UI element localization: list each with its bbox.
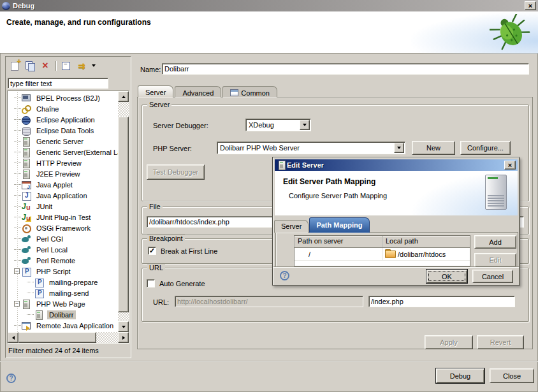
button-label: New — [426, 144, 440, 152]
add-button[interactable]: Add — [474, 235, 516, 249]
tree-item-label: Generic Server — [34, 137, 85, 146]
toolbar-menu-arrow-icon[interactable] — [91, 60, 97, 71]
dialog-header-title: Edit Server Path Mapping — [283, 177, 375, 186]
edit-server-title: Edit Server — [287, 161, 324, 169]
folder-icon — [385, 250, 395, 258]
break-first-line-checkbox[interactable]: ✓ — [148, 247, 156, 255]
window-titlebar[interactable]: Debug × — [0, 0, 538, 11]
tab-label: Path Mapping — [316, 221, 362, 229]
tree-item-php-web-page[interactable]: −PHP Web Page — [8, 298, 118, 309]
tree-item-junit-plug-in-test[interactable]: JUnit Plug-in Test — [8, 212, 118, 222]
tree-item-php-script[interactable]: −PHP Script — [8, 266, 118, 277]
eclipse-application-icon — [21, 115, 31, 124]
breakpoint-group-label: Breakpoint — [147, 235, 185, 242]
server-icon — [21, 170, 31, 178]
tree-item-dolibarr[interactable]: Dolibarr — [8, 309, 118, 320]
collapse-toggle-icon[interactable]: − — [14, 268, 20, 274]
cancel-button[interactable]: Cancel — [472, 270, 513, 283]
empty-table-row — [294, 260, 470, 266]
tree-connector — [14, 195, 21, 196]
tree-vertical-scrollbar[interactable] — [118, 91, 129, 332]
collapse-toggle-icon[interactable]: − — [14, 301, 20, 307]
php-server-select[interactable]: Dolibarr PHP Web Server — [217, 142, 405, 154]
button-label: Cancel — [482, 273, 504, 280]
tree-item-java-applet[interactable]: Java Applet — [8, 179, 118, 190]
edit-server-titlebar[interactable]: Edit Server × — [275, 159, 518, 171]
edit-server-close-button[interactable]: × — [504, 161, 516, 170]
tree-item-label: Perl Local — [34, 245, 69, 254]
help-icon[interactable]: ? — [6, 374, 16, 383]
edit-button[interactable]: Edit — [474, 253, 516, 267]
tree-item-http-preview[interactable]: HTTP Preview — [8, 157, 118, 168]
tree-item-cha-ne[interactable]: Chaîne — [8, 103, 118, 114]
revert-button[interactable]: Revert — [477, 335, 524, 349]
tree-item-label: mailing-send — [47, 289, 91, 298]
tree-connector — [14, 260, 21, 261]
close-button[interactable]: Close — [490, 368, 534, 383]
dropdown-arrow-icon[interactable] — [300, 120, 310, 130]
name-input[interactable] — [162, 63, 529, 75]
php-server-label: PHP Server: — [153, 145, 192, 152]
tree-item-mailing-prepare[interactable]: mailing-prepare — [8, 277, 118, 287]
tree-item-junit[interactable]: JUnit — [8, 201, 118, 212]
cell-path-on-server: / — [294, 248, 382, 260]
new-server-button[interactable]: New — [412, 141, 455, 155]
tree-item-perl-local[interactable]: Perl Local — [8, 244, 118, 255]
server-icon — [21, 159, 31, 168]
dialog-tab-server[interactable]: Server — [274, 220, 309, 233]
tree-item-generic-server[interactable]: Generic Server — [8, 136, 118, 147]
dialog-tab-path-mapping[interactable]: Path Mapping — [309, 217, 369, 233]
window-close-button[interactable]: × — [525, 1, 536, 10]
scroll-left-icon[interactable] — [8, 332, 18, 343]
dropdown-arrow-icon[interactable] — [394, 143, 404, 153]
tree-item-java-application[interactable]: Java Application — [8, 190, 118, 201]
column-header-local-path[interactable]: Local path — [382, 236, 470, 248]
tree-item-perl-remote[interactable]: Perl Remote — [8, 255, 118, 266]
collapse-all-icon[interactable] — [60, 60, 73, 71]
perl-icon — [21, 245, 31, 254]
vertical-scroll-thumb[interactable] — [118, 117, 129, 312]
tree-item-eclipse-application[interactable]: Eclipse Application — [8, 114, 118, 125]
button-label: Debug — [450, 372, 470, 380]
tree-horizontal-scrollbar[interactable] — [8, 332, 129, 343]
table-row[interactable]: / /dolibarr/htdocs — [294, 248, 470, 260]
tree-item-generic-server-external-la[interactable]: Generic Server(External La — [8, 147, 118, 157]
scroll-down-icon[interactable] — [118, 321, 129, 332]
dialog-help-icon[interactable]: ? — [280, 271, 289, 280]
tree-item-eclipse-data-tools[interactable]: Eclipse Data Tools — [8, 125, 118, 136]
tree-item-label: J2EE Preview — [34, 170, 82, 178]
tab-server[interactable]: Server — [138, 85, 173, 98]
ok-button[interactable]: OK — [426, 270, 467, 283]
scroll-right-icon[interactable] — [118, 332, 129, 343]
tab-advanced[interactable]: Advanced — [175, 86, 221, 98]
tree-item-j2ee-preview[interactable]: J2EE Preview — [8, 168, 118, 179]
test-debugger-button[interactable]: Test Debugger — [147, 164, 205, 180]
configure-button[interactable]: Configure... — [460, 141, 511, 155]
tree-item-bpel-process-b2j[interactable]: BPEL Process (B2J) — [8, 92, 118, 103]
tree-connector — [14, 206, 21, 207]
debug-button[interactable]: Debug — [436, 368, 484, 383]
filter-icon[interactable] — [75, 60, 88, 71]
scroll-up-icon[interactable] — [118, 91, 129, 102]
tab-common[interactable]: Common — [222, 86, 277, 98]
auto-generate-checkbox[interactable] — [147, 279, 155, 287]
php-icon — [21, 267, 31, 276]
close-icon: × — [508, 162, 512, 168]
new-configuration-icon[interactable] — [8, 60, 21, 71]
tree-item-perl-cgi[interactable]: Perl CGI — [8, 233, 118, 244]
server-debugger-select[interactable]: XDebug — [245, 119, 311, 131]
url-path-input[interactable] — [368, 296, 515, 307]
java-applet-icon — [21, 180, 31, 189]
tree-item-mailing-send[interactable]: mailing-send — [8, 287, 118, 298]
tree-item-osgi-framework[interactable]: OSGi Framework — [8, 222, 118, 233]
column-header-path-on-server[interactable]: Path on server — [294, 236, 382, 248]
junit-icon — [21, 202, 31, 211]
horizontal-scroll-thumb[interactable] — [18, 332, 96, 343]
apply-button[interactable]: Apply — [425, 335, 473, 349]
tree-connector — [14, 141, 21, 142]
tree-item-remote-java-application[interactable]: Remote Java Application — [8, 320, 118, 331]
server-debugger-label: Server Debugger: — [153, 122, 208, 129]
filter-input[interactable] — [8, 78, 108, 89]
delete-icon[interactable] — [39, 60, 52, 71]
duplicate-icon[interactable] — [24, 60, 36, 71]
